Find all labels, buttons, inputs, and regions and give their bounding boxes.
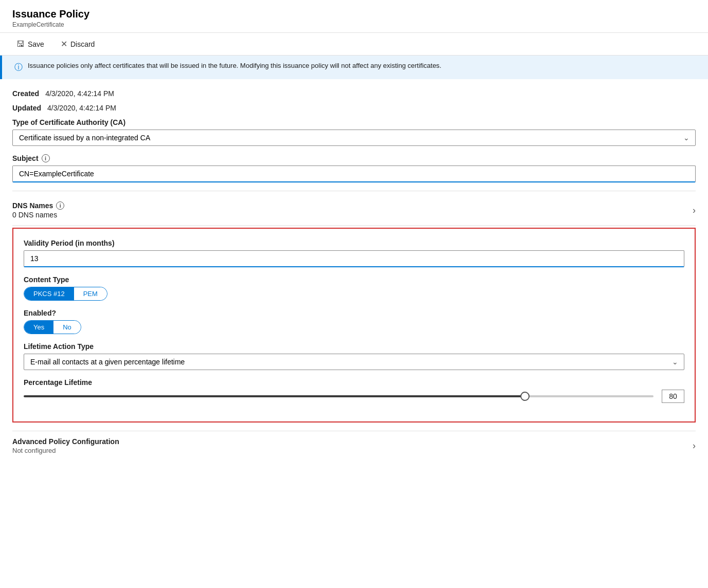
lifetime-action-field: Lifetime Action Type E-mail all contacts… <box>24 342 684 370</box>
content-type-toggle: PKCS #12 PEM <box>24 287 107 301</box>
divider-1 <box>12 191 696 191</box>
created-value: 4/3/2020, 4:42:14 PM <box>45 89 114 98</box>
dns-names-label: DNS Names i <box>12 201 64 210</box>
percentage-slider[interactable] <box>24 395 653 397</box>
enabled-no-button[interactable]: No <box>53 321 81 334</box>
info-icon: ⓘ <box>14 62 23 73</box>
advanced-config-label: Advanced Policy Configuration <box>12 437 119 446</box>
discard-icon: ✕ <box>61 39 67 49</box>
lifetime-action-label: Lifetime Action Type <box>24 342 684 351</box>
percentage-lifetime-field: Percentage Lifetime 80 <box>24 378 684 403</box>
percentage-label: Percentage Lifetime <box>24 378 684 387</box>
ca-type-select[interactable]: Certificate issued by a non-integrated C… <box>12 130 696 146</box>
meta-updated-row: Updated 4/3/2020, 4:42:14 PM <box>12 104 696 112</box>
page-header: Issuance Policy ExampleCertificate <box>0 0 708 33</box>
ca-type-select-wrapper: Certificate issued by a non-integrated C… <box>12 130 696 146</box>
save-button[interactable]: 🖫 Save <box>12 38 48 51</box>
subject-label: Subject i <box>12 154 696 162</box>
save-icon: 🖫 <box>16 40 25 49</box>
lifetime-action-select[interactable]: E-mail all contacts at a given percentag… <box>24 354 684 370</box>
subject-field: Subject i <box>12 154 696 182</box>
discard-button[interactable]: ✕ Discard <box>57 37 99 51</box>
updated-value: 4/3/2020, 4:42:14 PM <box>47 104 116 112</box>
validity-field: Validity Period (in months) <box>24 239 684 267</box>
subject-info-icon[interactable]: i <box>42 154 50 162</box>
content-type-label: Content Type <box>24 275 684 284</box>
dns-left: DNS Names i 0 DNS names <box>12 201 64 219</box>
dns-info-icon[interactable]: i <box>56 201 64 210</box>
highlighted-section: Validity Period (in months) Content Type… <box>12 228 696 422</box>
advanced-chevron-right-icon: › <box>693 440 696 451</box>
dns-count: 0 DNS names <box>12 211 64 219</box>
content-type-pkcs12-button[interactable]: PKCS #12 <box>24 287 74 300</box>
info-banner: ⓘ Issuance policies only affect certific… <box>0 56 708 79</box>
slider-row: 80 <box>24 390 684 403</box>
updated-label: Updated <box>12 104 41 112</box>
content-type-field: Content Type PKCS #12 PEM <box>24 275 684 301</box>
advanced-left: Advanced Policy Configuration Not config… <box>12 437 119 454</box>
ca-type-label: Type of Certificate Authority (CA) <box>12 118 696 126</box>
advanced-config-row[interactable]: Advanced Policy Configuration Not config… <box>12 431 696 461</box>
enabled-toggle: Yes No <box>24 320 81 334</box>
info-banner-text: Issuance policies only affect certificat… <box>28 62 441 69</box>
validity-input[interactable] <box>24 250 684 267</box>
content-type-pem-button[interactable]: PEM <box>74 287 107 300</box>
dns-chevron-right-icon: › <box>693 205 696 216</box>
meta-created-row: Created 4/3/2020, 4:42:14 PM <box>12 89 696 98</box>
advanced-config-status: Not configured <box>12 447 119 454</box>
toolbar: 🖫 Save ✕ Discard <box>0 33 708 56</box>
enabled-yes-button[interactable]: Yes <box>24 321 53 334</box>
page-subtitle: ExampleCertificate <box>12 21 696 28</box>
enabled-field: Enabled? Yes No <box>24 309 684 334</box>
subject-input[interactable] <box>12 166 696 182</box>
dns-names-row[interactable]: DNS Names i 0 DNS names › <box>12 195 696 226</box>
enabled-label: Enabled? <box>24 309 684 317</box>
page-title: Issuance Policy <box>12 8 696 20</box>
percentage-value-box: 80 <box>662 390 684 403</box>
validity-label: Validity Period (in months) <box>24 239 684 247</box>
ca-type-field: Type of Certificate Authority (CA) Certi… <box>12 118 696 146</box>
main-content: Created 4/3/2020, 4:42:14 PM Updated 4/3… <box>0 79 708 471</box>
created-label: Created <box>12 89 39 98</box>
lifetime-action-select-wrapper: E-mail all contacts at a given percentag… <box>24 354 684 370</box>
